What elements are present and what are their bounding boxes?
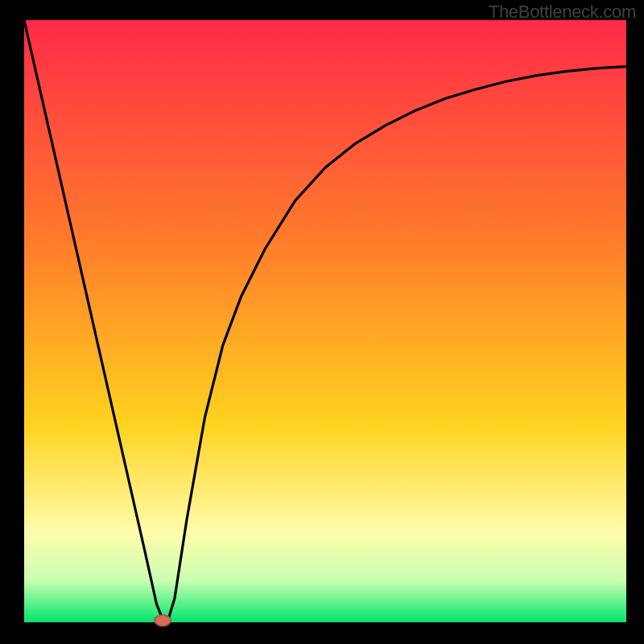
bottleneck-chart (0, 0, 644, 644)
chart-stage: TheBottleneck.com (0, 0, 644, 644)
plot-background (24, 20, 626, 622)
attribution-label: TheBottleneck.com (489, 2, 636, 23)
optimum-marker (155, 615, 171, 626)
